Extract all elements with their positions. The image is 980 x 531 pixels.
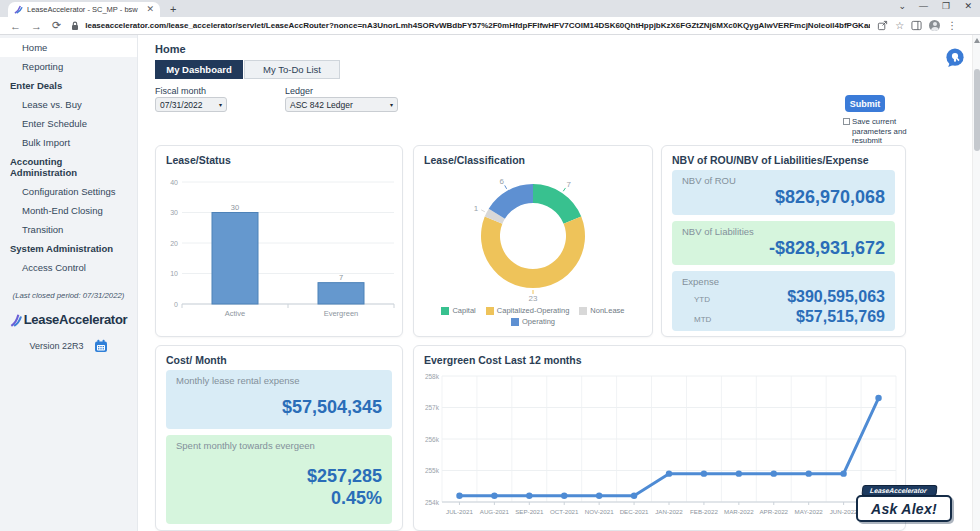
- nbv-liabilities-label: NBV of Liabilities: [682, 226, 885, 237]
- legend-swatch: [579, 307, 587, 315]
- legend-item-capital[interactable]: Capital: [441, 306, 475, 315]
- sidebar: HomeReportingEnter DealsLease vs. BuyEnt…: [0, 35, 138, 531]
- legend-item-capitalized-operating[interactable]: Capitalized-Operating: [486, 306, 570, 315]
- svg-text:20: 20: [170, 240, 178, 247]
- padlock-icon: [71, 21, 79, 31]
- ask-alex-brand: LeaseAccelerator: [861, 485, 937, 496]
- tab-close-icon[interactable]: ✕: [146, 5, 154, 14]
- sidebar-item-bulk-import[interactable]: Bulk Import: [0, 133, 137, 152]
- side-panel-icon[interactable]: [911, 20, 922, 31]
- window-restore-icon[interactable]: ❐: [942, 1, 950, 11]
- svg-text:MAY-2022: MAY-2022: [795, 508, 824, 515]
- lease-status-title: Lease/Status: [156, 146, 402, 168]
- svg-text:DEC-2021: DEC-2021: [620, 508, 649, 515]
- save-params-checkbox[interactable]: [843, 118, 850, 125]
- svg-text:258k: 258k: [425, 373, 440, 380]
- rental-expense-value: $57,504,345: [176, 396, 382, 419]
- submit-button[interactable]: Submit: [845, 95, 885, 112]
- sidebar-item-reporting[interactable]: Reporting: [0, 57, 137, 76]
- browser-menu-icon[interactable]: ⋮: [947, 20, 957, 31]
- new-tab-icon[interactable]: +: [170, 3, 176, 15]
- ask-alex-bubble[interactable]: Ask Alex!: [856, 495, 952, 522]
- window-minimize-icon[interactable]: —: [919, 1, 928, 11]
- ledger-label: Ledger: [285, 86, 313, 96]
- expense-box: Expense YTD $390,595,063 MTD $57,515,769: [672, 271, 895, 331]
- url-text[interactable]: leaseaccelerator.com/lease_accelerator/s…: [85, 21, 870, 30]
- legend-label: NonLease: [590, 306, 624, 315]
- fiscal-month-select[interactable]: 07/31/2022 ▾: [155, 97, 227, 112]
- legend-label: Capitalized-Operating: [497, 306, 570, 315]
- svg-text:6: 6: [500, 177, 505, 186]
- browser-toolbar: ← → ⟳ leaseaccelerator.com/lease_acceler…: [0, 17, 980, 35]
- window-close-icon[interactable]: ✕: [964, 1, 972, 11]
- legend-item-nonlease[interactable]: NonLease: [579, 306, 624, 315]
- version-label: Version 22R3: [29, 341, 83, 351]
- calendar-icon[interactable]: [94, 339, 108, 353]
- fiscal-month-value: 07/31/2022: [160, 100, 203, 110]
- save-params-row: Save current parameters and resubmit: [843, 117, 907, 146]
- svg-text:0: 0: [174, 301, 178, 308]
- ask-alex-widget[interactable]: Ask Alex! LeaseAccelerator: [856, 485, 980, 531]
- chevron-down-icon: ▾: [219, 101, 222, 108]
- last-closed-period: (Last closed period: 07/31/2022): [0, 291, 137, 300]
- reload-icon[interactable]: ⟳: [52, 19, 61, 32]
- sidebar-item-access-control[interactable]: Access Control: [0, 258, 137, 277]
- svg-text:AUG-2021: AUG-2021: [480, 508, 510, 515]
- tab-my-todo-list[interactable]: My To-Do List: [244, 60, 340, 79]
- favicon-leaseaccelerator: [14, 5, 23, 14]
- legend-swatch: [486, 307, 494, 315]
- sidebar-item-transition[interactable]: Transition: [0, 220, 137, 239]
- save-params-label: Save current parameters and resubmit: [852, 117, 907, 146]
- browser-tabstrip: LeaseAccelerator - SC_MP - bsw ✕ + ⌄ — ❐…: [0, 0, 980, 17]
- nbv-liabilities-box: NBV of Liabilities -$828,931,672: [672, 221, 895, 266]
- svg-text:256k: 256k: [425, 436, 440, 443]
- forward-icon[interactable]: →: [31, 20, 42, 32]
- sidebar-item-home[interactable]: Home: [0, 38, 137, 57]
- bookmark-star-icon[interactable]: ☆: [895, 20, 904, 31]
- scrollbar-thumb[interactable]: [974, 69, 980, 151]
- rental-expense-box: Monthly lease rental expense $57,504,345: [166, 370, 392, 429]
- svg-text:23: 23: [529, 294, 538, 303]
- profile-avatar-icon[interactable]: [929, 20, 940, 31]
- sidebar-item-month-end-closing[interactable]: Month-End Closing: [0, 201, 137, 220]
- browser-tab[interactable]: LeaseAccelerator - SC_MP - bsw ✕: [8, 2, 160, 17]
- tab-my-dashboard[interactable]: My Dashboard: [155, 60, 243, 79]
- ledger-value: ASC 842 Ledger: [290, 100, 353, 110]
- share-icon[interactable]: [877, 20, 888, 31]
- lease-classification-title: Lease/Classification: [414, 146, 652, 168]
- sidebar-section-system-administration: System Administration: [0, 239, 137, 258]
- svg-text:30: 30: [231, 203, 239, 212]
- svg-text:MAR-2022: MAR-2022: [724, 508, 754, 515]
- feedback-bubble-icon[interactable]: [945, 48, 965, 68]
- lease-status-bar-chart: 01020304030Active7Evergreen: [156, 168, 402, 328]
- sidebar-item-enter-schedule[interactable]: Enter Schedule: [0, 114, 137, 133]
- card-evergreen-cost: Evergreen Cost Last 12 months 254k255k25…: [413, 345, 906, 531]
- card-lease-classification: Lease/Classification 72316 CapitalCapita…: [413, 145, 653, 337]
- page-scrollbar[interactable]: [972, 35, 980, 531]
- leaseaccelerator-logo: LeaseAccelerator: [0, 312, 137, 327]
- ask-alex-label: Ask Alex!: [871, 501, 937, 517]
- svg-text:SEP-2021: SEP-2021: [515, 508, 544, 515]
- expense-label: Expense: [682, 276, 885, 287]
- ytd-label: YTD: [682, 295, 710, 304]
- legend-item-operating[interactable]: Operating: [511, 317, 555, 326]
- svg-text:30: 30: [170, 209, 178, 216]
- mtd-value: $57,515,769: [796, 307, 885, 327]
- svg-text:Active: Active: [225, 309, 245, 318]
- svg-text:JUN-2022: JUN-2022: [830, 508, 858, 515]
- scroll-up-icon[interactable]: [974, 38, 980, 43]
- app-content: HomeReportingEnter DealsLease vs. BuyEnt…: [0, 35, 980, 531]
- nbv-title: NBV of ROU/NBV of Liabilities/Expense: [662, 146, 905, 168]
- evergreen-spend-pct: 0.45%: [176, 487, 382, 510]
- back-icon[interactable]: ←: [10, 20, 21, 32]
- tab-search-icon[interactable]: ⌄: [898, 1, 906, 11]
- donut-legend: CapitalCapitalized-OperatingNonLeaseOper…: [417, 306, 649, 326]
- main-panel: Home My Dashboard My To-Do List Fiscal m…: [139, 35, 972, 531]
- fiscal-month-label: Fiscal month: [155, 86, 206, 96]
- ledger-select[interactable]: ASC 842 Ledger ▾: [285, 97, 398, 112]
- cost-month-title: Cost/ Month: [156, 346, 402, 368]
- nbv-rou-box: NBV of ROU $826,970,068: [672, 170, 895, 215]
- svg-text:257k: 257k: [425, 404, 440, 411]
- sidebar-item-configuration-settings[interactable]: Configuration Settings: [0, 182, 137, 201]
- sidebar-item-lease-vs-buy[interactable]: Lease vs. Buy: [0, 95, 137, 114]
